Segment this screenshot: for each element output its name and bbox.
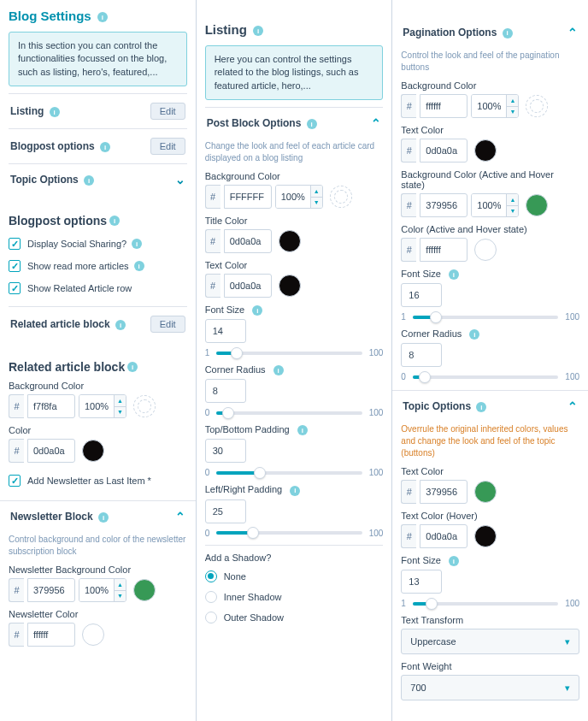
spin-up-icon[interactable]: ▲: [115, 395, 126, 407]
title-hex-input[interactable]: [224, 229, 272, 253]
color-swatch[interactable]: [526, 194, 548, 216]
spin-up-icon[interactable]: ▲: [311, 186, 322, 198]
checkbox-newsletter-last[interactable]: Add Newsletter as Last Item *: [9, 470, 187, 492]
info-icon[interactable]: i: [127, 362, 138, 372]
accordion-topic-options[interactable]: Topic Options i ⌃: [401, 391, 579, 422]
info-icon[interactable]: i: [449, 269, 459, 280]
accordion-blogpost-options[interactable]: Blogpost options i Edit: [9, 128, 187, 163]
edit-button[interactable]: Edit: [150, 103, 185, 120]
radio-shadow-none[interactable]: None: [205, 566, 384, 587]
bg-pct-input[interactable]: [79, 395, 114, 417]
font-size-slider[interactable]: [216, 352, 362, 355]
accordion-related-article[interactable]: Related article block i Edit: [9, 306, 187, 341]
info-icon[interactable]: i: [449, 556, 459, 566]
checkbox-read-more[interactable]: Show read more articles i: [9, 255, 187, 277]
corner-radius-input[interactable]: [401, 343, 442, 367]
color-swatch[interactable]: [474, 525, 497, 547]
bg-hex-input[interactable]: [420, 94, 467, 118]
color-swatch[interactable]: [133, 395, 156, 417]
info-icon[interactable]: i: [132, 239, 142, 249]
info-icon[interactable]: i: [290, 486, 300, 496]
accordion-post-block[interactable]: Post Block Options i ⌃: [205, 107, 384, 139]
color-swatch[interactable]: [133, 579, 156, 601]
tb-padding-input[interactable]: [205, 439, 246, 463]
accordion-newsletter-block[interactable]: Newsletter Block i ⌃: [9, 501, 187, 532]
color-swatch[interactable]: [279, 275, 301, 297]
color-swatch[interactable]: [474, 139, 497, 162]
info-icon[interactable]: i: [503, 28, 513, 38]
lr-padding-input[interactable]: [205, 499, 246, 523]
color-swatch[interactable]: [526, 95, 548, 117]
info-icon[interactable]: i: [253, 26, 263, 36]
info-icon[interactable]: i: [476, 402, 486, 412]
text-hex-input[interactable]: [224, 274, 272, 298]
slider-max: 100: [369, 408, 384, 417]
info-icon[interactable]: i: [134, 261, 144, 271]
accordion-listing[interactable]: Listing i Edit: [9, 93, 187, 128]
text-transform-select[interactable]: Uppercase▾: [401, 629, 579, 654]
color-swatch[interactable]: [82, 440, 104, 462]
corner-radius-input[interactable]: [205, 379, 246, 403]
edit-button[interactable]: Edit: [150, 316, 185, 333]
info-icon[interactable]: i: [50, 107, 60, 117]
checkbox-icon: [9, 238, 21, 250]
edit-button[interactable]: Edit: [150, 138, 185, 155]
font-size-input[interactable]: [401, 570, 442, 594]
info-icon[interactable]: i: [84, 175, 94, 186]
bg-hex-input[interactable]: [224, 185, 272, 209]
radio-shadow-outer[interactable]: Outer Shadow: [205, 607, 384, 628]
info-icon[interactable]: i: [273, 365, 284, 375]
font-size-input[interactable]: [205, 319, 246, 343]
info-icon[interactable]: i: [115, 320, 126, 330]
bg-pct-input[interactable]: [472, 95, 506, 117]
checkbox-icon: [9, 260, 21, 272]
text-hex-input[interactable]: [420, 139, 467, 163]
color-hex-input[interactable]: [27, 439, 75, 463]
lr-padding-slider[interactable]: [216, 531, 362, 535]
bg-pct-input[interactable]: [276, 186, 310, 208]
accordion-pagination[interactable]: Pagination Options i ⌃: [401, 0, 579, 48]
info-icon[interactable]: i: [109, 216, 120, 226]
bg-active-hex-input[interactable]: [420, 193, 467, 217]
text-hex-input[interactable]: [420, 480, 467, 504]
spin-down-icon[interactable]: ▼: [115, 407, 126, 418]
info-icon[interactable]: i: [100, 142, 110, 152]
checkbox-related-article[interactable]: Show Related Article row: [9, 277, 187, 299]
font-weight-select[interactable]: 700▾: [401, 675, 579, 700]
font-size-slider[interactable]: [413, 602, 558, 606]
bg-active-pct-input[interactable]: [472, 194, 506, 216]
radio-shadow-inner[interactable]: Inner Shadow: [205, 587, 384, 607]
spin-down-icon[interactable]: ▼: [311, 198, 322, 209]
color-swatch[interactable]: [279, 230, 301, 252]
corner-radius-slider[interactable]: [216, 411, 362, 415]
color-swatch[interactable]: [474, 481, 497, 503]
newsletter-color-hex-input[interactable]: [27, 623, 75, 647]
info-icon[interactable]: i: [98, 512, 109, 523]
font-size-slider[interactable]: [413, 316, 558, 319]
info-icon[interactable]: i: [297, 425, 308, 435]
column-pagination-topic: Pagination Options i ⌃ Control the look …: [392, 0, 588, 721]
checkbox-social-sharing[interactable]: Display Social Sharing? i: [9, 233, 187, 255]
tb-padding-slider[interactable]: [216, 471, 362, 475]
spin-down-icon[interactable]: ▼: [507, 206, 518, 217]
corner-radius-slider[interactable]: [413, 375, 558, 379]
color-swatch[interactable]: [330, 186, 352, 208]
accordion-topic-options[interactable]: Topic Options i ⌄: [9, 163, 187, 195]
hover-hex-input[interactable]: [420, 524, 467, 548]
color-swatch[interactable]: [82, 623, 104, 646]
spin-up-icon[interactable]: ▲: [507, 194, 518, 206]
info-icon[interactable]: i: [469, 329, 479, 340]
spin-up-icon[interactable]: ▲: [115, 579, 126, 591]
color-active-hex-input[interactable]: [420, 238, 467, 262]
color-swatch[interactable]: [474, 239, 497, 261]
font-size-input[interactable]: [401, 283, 442, 307]
info-icon[interactable]: i: [307, 119, 317, 129]
info-icon[interactable]: i: [252, 305, 262, 316]
newsletter-bg-hex-input[interactable]: [27, 578, 75, 602]
spin-down-icon[interactable]: ▼: [115, 591, 126, 602]
bg-hex-input[interactable]: [27, 394, 75, 418]
spin-up-icon[interactable]: ▲: [507, 95, 518, 107]
spin-down-icon[interactable]: ▼: [507, 107, 518, 118]
newsletter-bg-pct-input[interactable]: [79, 579, 114, 601]
info-icon[interactable]: i: [97, 12, 108, 22]
